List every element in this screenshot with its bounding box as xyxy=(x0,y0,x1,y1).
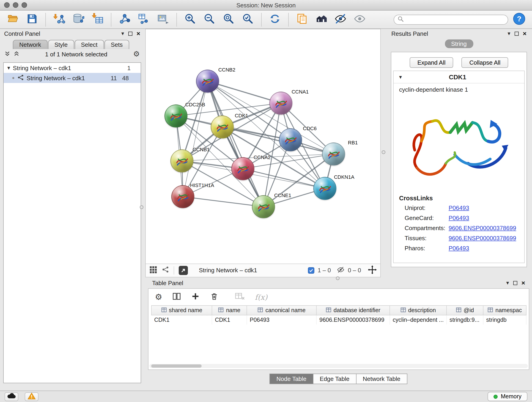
cell-namespace[interactable]: stringdb xyxy=(483,315,526,325)
column-edit-icon xyxy=(258,307,263,314)
panel-collapse-icon[interactable]: ▾ xyxy=(506,280,509,286)
network-node-cdkn1a[interactable] xyxy=(313,177,336,200)
import-network-database-button[interactable] xyxy=(70,12,87,27)
column-header-database-identifier[interactable]: database identifier xyxy=(317,306,390,315)
panel-maximize-icon[interactable] xyxy=(128,32,133,36)
collapse-all-button[interactable]: Collapse All xyxy=(462,57,508,68)
network-node-cdc25b[interactable] xyxy=(165,104,187,128)
panel-maximize-icon[interactable] xyxy=(515,32,519,36)
tab-sets[interactable]: Sets xyxy=(104,40,129,49)
expand-all-button[interactable]: Expand All xyxy=(410,57,453,68)
network-node-ccnb2[interactable] xyxy=(196,70,219,93)
column-header-id[interactable]: @id xyxy=(447,306,483,315)
network-options-gear-icon[interactable]: ⚙ xyxy=(133,51,140,58)
cell-description[interactable]: cyclin–dependent ... xyxy=(390,315,447,325)
table-splitter-handle[interactable] xyxy=(336,276,340,280)
column-header-shared-name[interactable]: shared name xyxy=(152,306,212,315)
zoom-out-button[interactable] xyxy=(201,12,218,27)
horizontal-scrollbar[interactable] xyxy=(149,364,528,368)
delete-table-button[interactable] xyxy=(235,292,245,302)
compartments-link[interactable]: 9606.ENSP00000378699 xyxy=(449,225,516,231)
zoom-fit-button[interactable] xyxy=(220,12,237,27)
column-header-description[interactable]: description xyxy=(390,306,447,315)
cell-id[interactable]: stringdb:9... xyxy=(447,315,483,325)
tree-expand-caret-icon[interactable]: ▾ xyxy=(7,65,10,70)
panel-collapse-icon[interactable]: ▾ xyxy=(508,31,510,36)
network-node-ccnb1[interactable] xyxy=(171,149,193,172)
search-input[interactable] xyxy=(406,16,504,23)
crosslink-label: Tissues: xyxy=(405,235,449,242)
import-table-button[interactable] xyxy=(89,12,106,27)
copy-documents-button[interactable] xyxy=(294,12,310,27)
network-node-cdc6[interactable] xyxy=(279,128,302,151)
network-node-rb1[interactable] xyxy=(322,143,345,166)
help-button[interactable]: ? xyxy=(511,12,527,27)
open-session-button[interactable] xyxy=(5,12,21,27)
cell-database-identifier[interactable]: 9606.ENSP00000378699 xyxy=(317,315,390,325)
tab-string[interactable]: String xyxy=(445,39,473,48)
move-crosshair-icon[interactable] xyxy=(368,265,377,275)
collapse-all-networks-icon[interactable] xyxy=(5,51,10,57)
panel-close-icon[interactable]: × xyxy=(523,30,526,37)
tab-style[interactable]: Style xyxy=(48,40,74,49)
table-options-button[interactable]: ⚙ xyxy=(155,293,162,301)
network-collection-row[interactable]: ▾ String Network – cdk1 1 xyxy=(4,63,141,73)
table-row[interactable]: CDK1 CDK1 P06493 9606.ENSP00000378699 cy… xyxy=(152,315,526,325)
panel-collapse-icon[interactable]: ▾ xyxy=(121,31,124,36)
scrollbar-thumb[interactable] xyxy=(151,364,202,368)
open-in-new-button[interactable] xyxy=(179,266,188,275)
network-canvas[interactable]: CCNB2CCNA1CDC25BCDK1CDC6RB1CCNB1CCNA2CDK… xyxy=(146,29,380,264)
network-from-table-button[interactable] xyxy=(136,12,152,27)
pharos-link[interactable]: P06493 xyxy=(449,245,469,252)
hidden-eye-slash-icon[interactable] xyxy=(337,266,345,275)
cell-canonical-name[interactable]: P06493 xyxy=(247,315,317,325)
delete-column-button[interactable] xyxy=(210,292,219,302)
panel-close-icon[interactable]: × xyxy=(521,280,525,286)
cloud-status-button[interactable] xyxy=(5,392,18,401)
warnings-button[interactable] xyxy=(25,392,38,401)
network-node-hist1h1a[interactable] xyxy=(171,185,194,208)
cell-name[interactable]: CDK1 xyxy=(212,315,247,325)
genecard-link[interactable]: P06493 xyxy=(449,215,469,221)
add-column-button[interactable] xyxy=(191,292,200,302)
tissues-link[interactable]: 9606.ENSP00000378699 xyxy=(449,235,516,242)
zoom-in-button[interactable] xyxy=(182,12,198,27)
show-button[interactable] xyxy=(351,12,368,27)
function-builder-button[interactable]: f(x) xyxy=(255,293,267,301)
tab-network-table[interactable]: Network Table xyxy=(356,374,407,384)
panel-maximize-icon[interactable] xyxy=(513,281,517,285)
cell-shared-name[interactable]: CDK1 xyxy=(152,315,212,325)
selected-checkbox-icon[interactable] xyxy=(308,267,314,274)
show-columns-button[interactable] xyxy=(172,292,181,302)
network-row-selected[interactable]: ● String Network – cdk1 11 48 xyxy=(4,73,141,83)
tab-network[interactable]: Network xyxy=(13,40,47,49)
import-network-file-button[interactable] xyxy=(51,12,67,27)
network-node-ccne1[interactable] xyxy=(252,195,275,218)
refresh-view-button[interactable] xyxy=(267,12,283,27)
hide-unhide-button[interactable] xyxy=(332,12,349,27)
tab-select[interactable]: Select xyxy=(75,40,104,49)
tab-node-table[interactable]: Node Table xyxy=(269,374,313,384)
expand-all-networks-icon[interactable] xyxy=(14,51,19,57)
save-session-button[interactable] xyxy=(24,12,40,27)
network-node-cdk1[interactable] xyxy=(211,115,234,138)
cybrowser-button[interactable] xyxy=(313,12,329,27)
section-collapse-caret-icon[interactable]: ▾ xyxy=(399,74,402,80)
network-node-ccna1[interactable] xyxy=(269,92,292,115)
export-image-button[interactable] xyxy=(155,12,171,27)
network-node-ccna2[interactable] xyxy=(231,157,254,180)
panel-close-icon[interactable]: × xyxy=(137,30,140,37)
column-header-name[interactable]: name xyxy=(212,306,247,315)
share-network-icon[interactable] xyxy=(162,266,169,274)
tab-edge-table[interactable]: Edge Table xyxy=(313,374,356,384)
birdseye-grid-icon[interactable] xyxy=(149,266,157,275)
column-header-canonical-name[interactable]: canonical name xyxy=(247,306,317,315)
column-header-namespace[interactable]: namespac xyxy=(483,306,526,315)
zoom-selected-button[interactable] xyxy=(240,12,256,27)
vertical-splitter-handle[interactable] xyxy=(140,205,143,209)
results-splitter-handle[interactable] xyxy=(382,150,385,154)
column-edit-icon xyxy=(488,307,493,314)
new-network-button[interactable] xyxy=(116,12,133,27)
uniprot-link[interactable]: P06493 xyxy=(449,204,469,211)
memory-button[interactable]: Memory xyxy=(488,392,527,401)
